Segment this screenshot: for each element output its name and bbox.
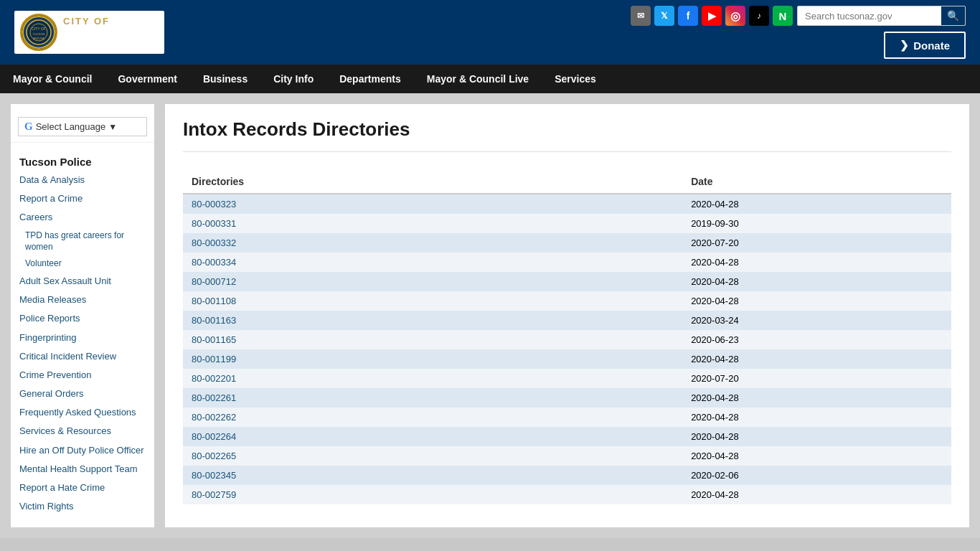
donate-label: Donate xyxy=(913,39,950,52)
tiktok-icon[interactable]: ♪ xyxy=(749,6,769,26)
donate-row: ❯ Donate xyxy=(884,32,966,59)
sidebar-links: Data & AnalysisReport a CrimeCareersTPD … xyxy=(11,171,154,516)
twitter-icon[interactable]: 𝕏 xyxy=(654,6,674,26)
table-row: 80-0003322020-07-20 xyxy=(183,233,951,253)
logo-text: CITY OF TUCSON xyxy=(63,16,159,50)
dir-link-80-000712[interactable]: 80-000712 xyxy=(192,276,236,287)
sidebar-section-title: Tucson Police xyxy=(11,150,154,171)
svg-text:CITY OF: CITY OF xyxy=(32,27,46,31)
dir-date: 2020-04-28 xyxy=(682,427,951,446)
table-row: 80-0003342020-04-28 xyxy=(183,253,951,272)
sidebar-link-media-releases[interactable]: Media Releases xyxy=(11,291,154,309)
nav-item-city-info[interactable]: City Info xyxy=(260,65,326,93)
dir-link-80-002261[interactable]: 80-002261 xyxy=(192,392,236,403)
table-row: 80-0003232020-04-28 xyxy=(183,194,951,214)
dir-link-80-002265[interactable]: 80-002265 xyxy=(192,451,236,461)
nav-item-mayor-council-live[interactable]: Mayor & Council Live xyxy=(414,65,542,93)
dir-link-80-002759[interactable]: 80-002759 xyxy=(192,489,236,500)
page-title: Intox Records Directories xyxy=(183,118,951,152)
search-box: 🔍 xyxy=(797,6,966,26)
logo-box: CITY OF TUCSON ARIZONA CITY OF TUCSON xyxy=(14,11,164,54)
dir-link-80-002264[interactable]: 80-002264 xyxy=(192,431,236,442)
nextdoor-icon[interactable]: N xyxy=(773,6,793,26)
nav-item-business[interactable]: Business xyxy=(190,65,260,93)
dir-date: 2020-04-28 xyxy=(682,194,951,214)
dir-link-80-001199[interactable]: 80-001199 xyxy=(192,354,236,364)
sidebar-link-victim-rights[interactable]: Victim Rights xyxy=(11,497,154,516)
dir-link-80-001163[interactable]: 80-001163 xyxy=(192,315,236,326)
dir-date: 2020-04-28 xyxy=(682,408,951,427)
sidebar-link-hire-an-off-duty-police-officer[interactable]: Hire an Off Duty Police Officer xyxy=(11,441,154,460)
donate-button[interactable]: ❯ Donate xyxy=(884,32,966,59)
dir-date: 2020-04-28 xyxy=(682,253,951,272)
dir-date: 2020-03-24 xyxy=(682,311,951,330)
dir-link-80-002345[interactable]: 80-002345 xyxy=(192,470,236,481)
search-input[interactable] xyxy=(798,7,941,25)
table-row: 80-0023452020-02-06 xyxy=(183,466,951,485)
instagram-icon[interactable]: ◎ xyxy=(725,6,745,26)
sidebar-link-volunteer[interactable]: Volunteer xyxy=(11,255,154,272)
dir-link-80-001165[interactable]: 80-001165 xyxy=(192,334,236,345)
email-icon[interactable]: ✉ xyxy=(631,6,651,26)
dir-date: 2020-04-28 xyxy=(682,349,951,369)
google-g-icon: G xyxy=(24,121,33,133)
nav-item-government[interactable]: Government xyxy=(105,65,189,93)
table-row: 80-0022642020-04-28 xyxy=(183,427,951,446)
dir-link-80-000323[interactable]: 80-000323 xyxy=(192,199,236,209)
table-row: 80-0007122020-04-28 xyxy=(183,272,951,291)
sidebar-link-services--resources[interactable]: Services & Resources xyxy=(11,422,154,441)
dir-date: 2020-07-20 xyxy=(682,233,951,253)
sidebar-link-crime-prevention[interactable]: Crime Prevention xyxy=(11,366,154,385)
sidebar-link-critical-incident-review[interactable]: Critical Incident Review xyxy=(11,347,154,366)
header-left: CITY OF TUCSON ARIZONA CITY OF TUCSON xyxy=(14,11,164,54)
search-button[interactable]: 🔍 xyxy=(941,6,965,25)
lang-arrow-icon: ▼ xyxy=(108,122,117,132)
city-seal: CITY OF TUCSON ARIZONA xyxy=(20,14,57,51)
sidebar-link-frequently-asked-questions[interactable]: Frequently Asked Questions xyxy=(11,403,154,422)
donate-arrow-icon: ❯ xyxy=(900,39,909,52)
dir-link-80-002262[interactable]: 80-002262 xyxy=(192,412,236,423)
table-row: 80-0011992020-04-28 xyxy=(183,349,951,369)
sidebar-link-police-reports[interactable]: Police Reports xyxy=(11,309,154,328)
dir-date: 2020-04-28 xyxy=(682,291,951,311)
dir-date: 2020-04-28 xyxy=(682,485,951,504)
dir-link-80-002201[interactable]: 80-002201 xyxy=(192,373,236,384)
main-nav: Mayor & Council Government Business City… xyxy=(0,65,980,93)
sidebar-link-report-a-crime[interactable]: Report a Crime xyxy=(11,189,154,208)
sidebar-link-report-a-hate-crime[interactable]: Report a Hate Crime xyxy=(11,479,154,497)
table-row: 80-0011082020-04-28 xyxy=(183,291,951,311)
nav-item-mayor-council[interactable]: Mayor & Council xyxy=(0,65,105,93)
main-wrapper: G Select Language ▼ Tucson Police Data &… xyxy=(0,93,980,538)
sidebar-link-careers[interactable]: Careers xyxy=(11,208,154,227)
content-area: Intox Records Directories Directories Da… xyxy=(165,104,969,527)
dir-link-80-000331[interactable]: 80-000331 xyxy=(192,218,236,229)
sidebar-link-general-orders[interactable]: General Orders xyxy=(11,385,154,403)
social-search-bar: ✉ 𝕏 f ▶ ◎ ♪ N 🔍 xyxy=(631,6,966,26)
table-row: 80-0011632020-03-24 xyxy=(183,311,951,330)
dir-date: 2020-04-28 xyxy=(682,388,951,408)
dir-link-80-001108[interactable]: 80-001108 xyxy=(192,296,236,306)
sidebar-link-data--analysis[interactable]: Data & Analysis xyxy=(11,171,154,189)
nav-item-services[interactable]: Services xyxy=(542,65,609,93)
dir-date: 2019-09-30 xyxy=(682,214,951,233)
svg-text:TUCSON: TUCSON xyxy=(33,32,45,36)
facebook-icon[interactable]: f xyxy=(678,6,698,26)
nav-item-departments[interactable]: Departments xyxy=(326,65,414,93)
language-selector[interactable]: G Select Language ▼ xyxy=(11,111,154,143)
dir-date: 2020-07-20 xyxy=(682,369,951,388)
table-row: 80-0022612020-04-28 xyxy=(183,388,951,408)
col-header-date: Date xyxy=(682,170,951,194)
dir-link-80-000332[interactable]: 80-000332 xyxy=(192,237,236,248)
social-icons: ✉ 𝕏 f ▶ ◎ ♪ N xyxy=(631,6,793,26)
lang-box[interactable]: G Select Language ▼ xyxy=(18,117,147,136)
table-row: 80-0022012020-07-20 xyxy=(183,369,951,388)
dir-link-80-000334[interactable]: 80-000334 xyxy=(192,257,236,268)
youtube-icon[interactable]: ▶ xyxy=(702,6,722,26)
header-right: ✉ 𝕏 f ▶ ◎ ♪ N 🔍 ❯ Donate xyxy=(631,6,966,59)
sidebar-link-adult-sex-assault-unit[interactable]: Adult Sex Assault Unit xyxy=(11,272,154,291)
sidebar-link-fingerprinting[interactable]: Fingerprinting xyxy=(11,329,154,347)
sidebar-link-tpd-has-great-careers-for-women[interactable]: TPD has great careers for women xyxy=(11,227,154,256)
sidebar-link-mental-health-support-team[interactable]: Mental Health Support Team xyxy=(11,460,154,479)
dir-date: 2020-04-28 xyxy=(682,446,951,466)
col-header-directories: Directories xyxy=(183,170,682,194)
